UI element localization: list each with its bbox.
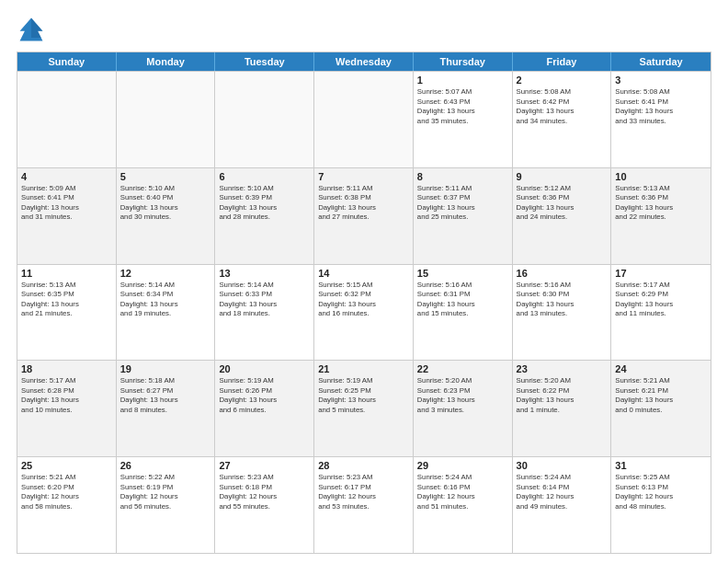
calendar-cell: 31Sunrise: 5:25 AM Sunset: 6:13 PM Dayli… xyxy=(611,457,711,553)
calendar-cell: 19Sunrise: 5:18 AM Sunset: 6:27 PM Dayli… xyxy=(117,361,216,456)
day-info: Sunrise: 5:23 AM Sunset: 6:18 PM Dayligh… xyxy=(219,473,310,511)
calendar-row-0: 1Sunrise: 5:07 AM Sunset: 6:43 PM Daylig… xyxy=(17,71,711,167)
day-info: Sunrise: 5:24 AM Sunset: 6:16 PM Dayligh… xyxy=(417,473,508,511)
calendar-cell xyxy=(117,72,216,167)
header-day-friday: Friday xyxy=(513,52,612,71)
calendar-cell: 30Sunrise: 5:24 AM Sunset: 6:14 PM Dayli… xyxy=(513,457,612,553)
day-number: 24 xyxy=(615,363,707,374)
day-info: Sunrise: 5:21 AM Sunset: 6:20 PM Dayligh… xyxy=(21,473,112,511)
day-number: 23 xyxy=(517,363,608,374)
day-info: Sunrise: 5:25 AM Sunset: 6:13 PM Dayligh… xyxy=(615,473,707,511)
calendar-cell: 28Sunrise: 5:23 AM Sunset: 6:17 PM Dayli… xyxy=(314,457,414,553)
calendar-cell: 16Sunrise: 5:16 AM Sunset: 6:30 PM Dayli… xyxy=(513,265,612,361)
day-info: Sunrise: 5:21 AM Sunset: 6:21 PM Dayligh… xyxy=(615,376,707,415)
day-number: 13 xyxy=(219,268,310,279)
calendar-cell: 25Sunrise: 5:21 AM Sunset: 6:20 PM Dayli… xyxy=(17,457,117,553)
day-info: Sunrise: 5:18 AM Sunset: 6:27 PM Dayligh… xyxy=(120,376,211,415)
svg-marker-1 xyxy=(31,18,42,38)
logo-icon xyxy=(17,15,46,44)
calendar-cell: 13Sunrise: 5:14 AM Sunset: 6:33 PM Dayli… xyxy=(215,265,314,361)
calendar-header: SundayMondayTuesdayWednesdayThursdayFrid… xyxy=(17,52,711,71)
calendar-cell xyxy=(17,72,117,167)
calendar-cell: 23Sunrise: 5:20 AM Sunset: 6:22 PM Dayli… xyxy=(513,361,612,456)
day-info: Sunrise: 5:08 AM Sunset: 6:42 PM Dayligh… xyxy=(517,87,608,126)
page: SundayMondayTuesdayWednesdayThursdayFrid… xyxy=(0,0,728,563)
calendar-cell: 24Sunrise: 5:21 AM Sunset: 6:21 PM Dayli… xyxy=(611,361,711,456)
day-number: 15 xyxy=(417,268,508,279)
calendar-cell: 12Sunrise: 5:14 AM Sunset: 6:34 PM Dayli… xyxy=(117,265,216,361)
calendar-body: 1Sunrise: 5:07 AM Sunset: 6:43 PM Daylig… xyxy=(17,71,711,553)
day-info: Sunrise: 5:10 AM Sunset: 6:40 PM Dayligh… xyxy=(120,184,211,223)
header-day-thursday: Thursday xyxy=(414,52,513,71)
day-info: Sunrise: 5:17 AM Sunset: 6:28 PM Dayligh… xyxy=(21,376,112,415)
header-day-tuesday: Tuesday xyxy=(215,52,314,71)
calendar-cell: 18Sunrise: 5:17 AM Sunset: 6:28 PM Dayli… xyxy=(17,361,117,456)
day-info: Sunrise: 5:20 AM Sunset: 6:23 PM Dayligh… xyxy=(417,376,508,415)
day-number: 4 xyxy=(21,171,112,182)
day-number: 10 xyxy=(615,171,707,182)
calendar-cell: 26Sunrise: 5:22 AM Sunset: 6:19 PM Dayli… xyxy=(117,457,216,553)
calendar-row-4: 25Sunrise: 5:21 AM Sunset: 6:20 PM Dayli… xyxy=(17,456,711,553)
calendar-cell: 27Sunrise: 5:23 AM Sunset: 6:18 PM Dayli… xyxy=(215,457,314,553)
calendar-cell xyxy=(215,72,314,167)
calendar-cell: 29Sunrise: 5:24 AM Sunset: 6:16 PM Dayli… xyxy=(414,457,513,553)
day-info: Sunrise: 5:11 AM Sunset: 6:38 PM Dayligh… xyxy=(318,184,409,223)
day-info: Sunrise: 5:19 AM Sunset: 6:25 PM Dayligh… xyxy=(318,376,409,415)
calendar: SundayMondayTuesdayWednesdayThursdayFrid… xyxy=(17,52,711,554)
day-info: Sunrise: 5:10 AM Sunset: 6:39 PM Dayligh… xyxy=(219,184,310,223)
day-number: 14 xyxy=(318,268,409,279)
calendar-cell: 11Sunrise: 5:13 AM Sunset: 6:35 PM Dayli… xyxy=(17,265,117,361)
calendar-cell: 14Sunrise: 5:15 AM Sunset: 6:32 PM Dayli… xyxy=(314,265,414,361)
day-number: 2 xyxy=(517,75,608,86)
calendar-row-2: 11Sunrise: 5:13 AM Sunset: 6:35 PM Dayli… xyxy=(17,264,711,361)
day-number: 30 xyxy=(517,460,608,471)
day-number: 5 xyxy=(120,171,211,182)
calendar-row-1: 4Sunrise: 5:09 AM Sunset: 6:41 PM Daylig… xyxy=(17,167,711,264)
header-day-sunday: Sunday xyxy=(17,52,117,71)
day-number: 3 xyxy=(615,75,707,86)
calendar-cell: 5Sunrise: 5:10 AM Sunset: 6:40 PM Daylig… xyxy=(117,168,216,264)
calendar-cell: 15Sunrise: 5:16 AM Sunset: 6:31 PM Dayli… xyxy=(414,265,513,361)
calendar-cell: 8Sunrise: 5:11 AM Sunset: 6:37 PM Daylig… xyxy=(414,168,513,264)
day-number: 31 xyxy=(615,460,707,471)
calendar-row-3: 18Sunrise: 5:17 AM Sunset: 6:28 PM Dayli… xyxy=(17,360,711,456)
day-info: Sunrise: 5:08 AM Sunset: 6:41 PM Dayligh… xyxy=(615,87,707,126)
header-day-wednesday: Wednesday xyxy=(314,52,414,71)
calendar-cell: 4Sunrise: 5:09 AM Sunset: 6:41 PM Daylig… xyxy=(17,168,117,264)
day-info: Sunrise: 5:11 AM Sunset: 6:37 PM Dayligh… xyxy=(417,184,508,223)
day-info: Sunrise: 5:15 AM Sunset: 6:32 PM Dayligh… xyxy=(318,281,409,319)
header-day-monday: Monday xyxy=(117,52,216,71)
day-number: 1 xyxy=(417,75,508,86)
day-number: 16 xyxy=(517,268,608,279)
day-info: Sunrise: 5:14 AM Sunset: 6:33 PM Dayligh… xyxy=(219,281,310,319)
day-number: 26 xyxy=(120,460,211,471)
day-info: Sunrise: 5:12 AM Sunset: 6:36 PM Dayligh… xyxy=(517,184,608,223)
calendar-cell: 6Sunrise: 5:10 AM Sunset: 6:39 PM Daylig… xyxy=(215,168,314,264)
day-info: Sunrise: 5:16 AM Sunset: 6:30 PM Dayligh… xyxy=(517,281,608,319)
day-info: Sunrise: 5:22 AM Sunset: 6:19 PM Dayligh… xyxy=(120,473,211,511)
day-info: Sunrise: 5:19 AM Sunset: 6:26 PM Dayligh… xyxy=(219,376,310,415)
day-number: 21 xyxy=(318,363,409,374)
calendar-cell: 21Sunrise: 5:19 AM Sunset: 6:25 PM Dayli… xyxy=(314,361,414,456)
calendar-cell: 3Sunrise: 5:08 AM Sunset: 6:41 PM Daylig… xyxy=(611,72,711,167)
calendar-cell: 7Sunrise: 5:11 AM Sunset: 6:38 PM Daylig… xyxy=(314,168,414,264)
day-number: 7 xyxy=(318,171,409,182)
calendar-cell: 10Sunrise: 5:13 AM Sunset: 6:36 PM Dayli… xyxy=(611,168,711,264)
day-info: Sunrise: 5:13 AM Sunset: 6:36 PM Dayligh… xyxy=(615,184,707,223)
calendar-cell xyxy=(314,72,414,167)
day-info: Sunrise: 5:14 AM Sunset: 6:34 PM Dayligh… xyxy=(120,281,211,319)
calendar-cell: 20Sunrise: 5:19 AM Sunset: 6:26 PM Dayli… xyxy=(215,361,314,456)
day-number: 27 xyxy=(219,460,310,471)
day-info: Sunrise: 5:16 AM Sunset: 6:31 PM Dayligh… xyxy=(417,281,508,319)
day-number: 8 xyxy=(417,171,508,182)
day-info: Sunrise: 5:23 AM Sunset: 6:17 PM Dayligh… xyxy=(318,473,409,511)
header xyxy=(17,15,711,44)
day-number: 19 xyxy=(120,363,211,374)
calendar-cell: 9Sunrise: 5:12 AM Sunset: 6:36 PM Daylig… xyxy=(513,168,612,264)
logo xyxy=(17,15,50,44)
day-info: Sunrise: 5:20 AM Sunset: 6:22 PM Dayligh… xyxy=(517,376,608,415)
day-number: 6 xyxy=(219,171,310,182)
day-number: 22 xyxy=(417,363,508,374)
day-number: 25 xyxy=(21,460,112,471)
day-number: 28 xyxy=(318,460,409,471)
